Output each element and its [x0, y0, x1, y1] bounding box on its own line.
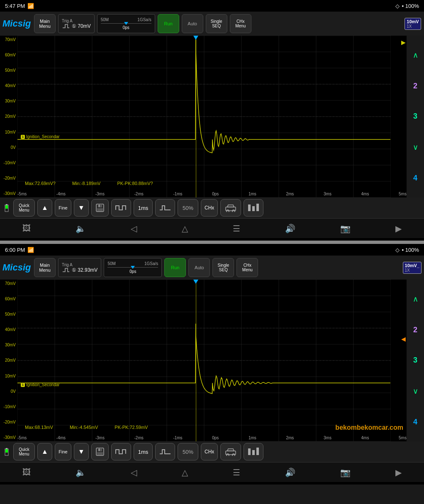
nav-bar-2: 🖼 🔈 ◁ △ ☰ 🔊 📷 ▶ — [0, 462, 424, 482]
ch1-up-arrow-2[interactable]: ∧ — [413, 295, 418, 304]
percent-button-2[interactable]: 50% — [178, 443, 198, 460]
y-axis-2: 70mV 60mV 50mV 40mV 30mV 20mV 10mV 0V -1… — [0, 280, 17, 441]
stat-min-2: Min:-4.545mV — [70, 425, 98, 430]
ch2-label-2[interactable]: 2 — [413, 326, 417, 334]
single-seq-button-2[interactable]: Single SEQ — [212, 258, 234, 277]
svg-rect-2 — [5, 205, 8, 209]
bars-icon-button-2[interactable] — [244, 443, 263, 460]
bars-icon-button-1[interactable] — [244, 199, 263, 217]
ch1-down-arrow-2[interactable]: ∨ — [413, 387, 418, 396]
svg-rect-6 — [97, 208, 103, 211]
vol-down-icon[interactable]: 🔈 — [76, 224, 86, 234]
chx-button-1[interactable]: CHx — [201, 199, 218, 217]
time-div-2: 50M — [107, 261, 115, 266]
scope-plot-1: 70mV 60mV 50mV 40mV 30mV 20mV 10mV 0V -1… — [0, 36, 424, 197]
screenshot-icon-2[interactable]: 🖼 — [22, 467, 31, 477]
cursor-line-1 — [196, 36, 196, 197]
camera-icon-2[interactable]: 📷 — [340, 467, 351, 477]
main-menu-button-2[interactable]: Main Menu — [34, 258, 56, 277]
time-cursor-label-2: 0ps — [129, 269, 136, 274]
waveform-canvas-2 — [17, 280, 391, 441]
down-arrow-button-2[interactable]: ▼ — [74, 443, 89, 460]
waveform-canvas-1 — [17, 36, 391, 197]
status-bar-1: 5:47 PM 📶 ◇ ▪ 100% — [0, 0, 424, 12]
ch1-down-arrow[interactable]: ∨ — [413, 143, 418, 152]
right-sidebar-1: ∧ 2 3 ∨ 4 — [407, 36, 424, 197]
screenshot-icon[interactable]: 🖼 — [22, 224, 31, 233]
vol-up-icon-2[interactable]: 🔊 — [285, 467, 295, 477]
chx-menu-button-1[interactable]: CHx Menu — [230, 14, 251, 33]
auto-button-1[interactable]: Auto — [182, 14, 203, 33]
signal-label-2: 1 Ignition_Secondar — [21, 382, 60, 387]
quick-menu-button-1[interactable]: Quick Menu — [13, 199, 35, 217]
x-axis-1: -5ms -4ms -3ms -2ms -1ms 0ps 1ms 2ms 3ms… — [17, 190, 407, 197]
save-button-1[interactable] — [91, 199, 109, 217]
wifi-icon-2: 📶 — [27, 247, 34, 253]
diamond-icon: ◇ — [395, 3, 400, 9]
menu-icon-2[interactable]: ☰ — [233, 467, 240, 477]
svg-rect-5 — [99, 205, 100, 207]
up-arrow-button-2[interactable]: ▲ — [37, 443, 52, 460]
back-icon-2[interactable]: ◁ — [131, 467, 137, 477]
camera-icon[interactable]: 📷 — [340, 224, 351, 234]
wave-icon2-button-2[interactable] — [155, 443, 175, 460]
chx-menu-button-2[interactable]: CHx Menu — [236, 258, 258, 277]
back-icon[interactable]: ◁ — [131, 224, 137, 234]
up-arrow-button-1[interactable]: ▲ — [37, 199, 52, 217]
scope-plot-2: 70mV 60mV 50mV 40mV 30mV 20mV 10mV 0V -1… — [0, 280, 424, 441]
time-value-button-2[interactable]: 1ms — [134, 443, 153, 460]
menu-icon[interactable]: ☰ — [233, 224, 240, 234]
trig-waveform-icon-2 — [62, 268, 70, 273]
top-toolbar-2: Micsig Main Menu Trig A ① 32.93mV 50M 1G… — [0, 256, 424, 280]
svg-rect-27 — [256, 448, 259, 455]
media-icon[interactable]: ▶ — [395, 224, 402, 234]
ch1-up-arrow[interactable]: ∧ — [413, 51, 418, 60]
svg-rect-12 — [252, 206, 255, 211]
ch2-label[interactable]: 2 — [413, 82, 417, 90]
run-button-2[interactable]: Run — [164, 258, 186, 277]
ch3-label-2[interactable]: 3 — [413, 356, 417, 365]
quick-menu-button-2[interactable]: Quick Menu — [13, 443, 35, 460]
single-seq-button-1[interactable]: Single SEQ — [206, 14, 227, 33]
wave-icon1-button-1[interactable] — [111, 199, 131, 217]
top-toolbar-1: Micsig Main Menu Trig A ① 70mV 50M 1GSa/… — [0, 12, 424, 36]
ch3-label[interactable]: 3 — [413, 112, 417, 121]
trig-arrow-right-1: ▶ — [401, 39, 406, 46]
cursor-triangle-2 — [193, 280, 198, 284]
oscilloscope-screen-1: 5:47 PM 📶 ◇ ▪ 100% Micsig Main Menu Trig… — [0, 0, 424, 241]
vol-down-icon-2[interactable]: 🔈 — [76, 467, 86, 477]
wave-icon1-button-2[interactable] — [111, 443, 131, 460]
diamond-icon-2: ◇ — [395, 247, 400, 253]
fine-button-1[interactable]: Fine — [55, 199, 71, 217]
car-icon-button-2[interactable] — [220, 443, 241, 460]
right-sidebar-2: ∧ 2 3 ∨ 4 — [407, 280, 424, 441]
chx-button-2[interactable]: CHx — [201, 443, 218, 460]
down-arrow-button-1[interactable]: ▼ — [74, 199, 89, 217]
run-button-1[interactable]: Run — [158, 14, 179, 33]
time-value-button-1[interactable]: 1ms — [134, 199, 153, 217]
media-icon-2[interactable]: ▶ — [395, 467, 402, 477]
main-menu-button-1[interactable]: Main Menu — [34, 14, 56, 33]
battery-icon: ▪ 100% — [402, 3, 419, 9]
home-icon-2[interactable]: △ — [182, 467, 188, 477]
svg-rect-19 — [99, 448, 100, 451]
sample-rate-1: 1GSa/s — [137, 17, 151, 22]
trig-value-2: ① 32.93mV — [72, 267, 97, 273]
ch4-label[interactable]: 4 — [413, 174, 417, 183]
wave-icon2-button-1[interactable] — [155, 199, 175, 217]
watermark: bekombekomcar.com — [335, 424, 403, 431]
trig-arrow-right-2: ◀ — [401, 336, 406, 342]
fine-button-2[interactable]: Fine — [55, 443, 71, 460]
svg-rect-20 — [97, 452, 103, 455]
scope-stats-1: Max:72.69mV? Min:-8.189mV PK-PK:80.88mV? — [25, 181, 399, 186]
svg-rect-13 — [256, 204, 259, 211]
square-wave-icon-1 — [115, 204, 127, 212]
auto-button-2[interactable]: Auto — [188, 258, 210, 277]
trig-waveform-icon-1 — [62, 24, 70, 29]
save-button-2[interactable] — [91, 443, 109, 460]
car-icon-button-1[interactable] — [220, 199, 241, 217]
percent-button-1[interactable]: 50% — [178, 199, 198, 217]
ch4-label-2[interactable]: 4 — [413, 418, 417, 426]
vol-up-icon[interactable]: 🔊 — [285, 224, 295, 234]
home-icon[interactable]: △ — [182, 224, 188, 234]
